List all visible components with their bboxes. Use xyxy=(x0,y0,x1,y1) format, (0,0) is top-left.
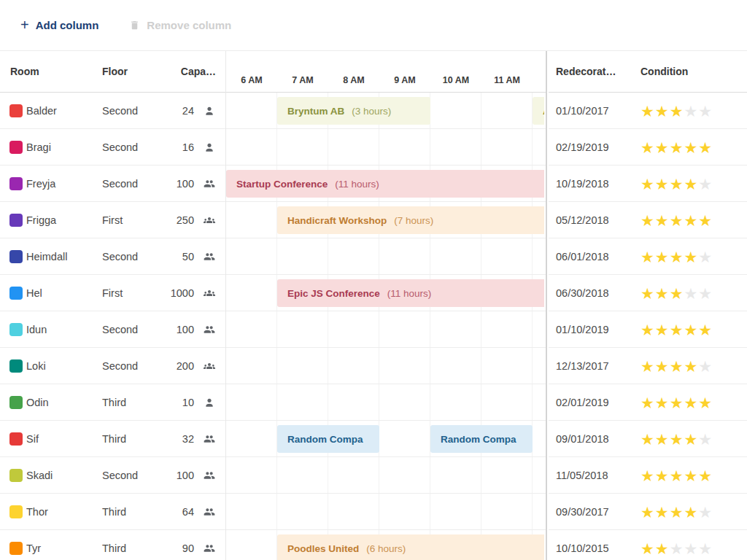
time-header-6-am[interactable]: 6 AM xyxy=(226,75,277,92)
time-header-9-am[interactable]: 9 AM xyxy=(379,75,430,92)
star-filled-icon[interactable]: ★ xyxy=(698,321,713,338)
event-bar[interactable]: Random Compa xyxy=(430,425,533,453)
info-row[interactable]: 11/05/2018★★★★★ xyxy=(549,457,747,494)
star-empty-icon[interactable]: ★ xyxy=(670,540,684,556)
star-filled-icon[interactable]: ★ xyxy=(698,211,713,228)
star-filled-icon[interactable]: ★ xyxy=(670,211,684,228)
info-row[interactable]: 10/10/2015★★★★★ xyxy=(549,530,747,560)
star-filled-icon[interactable]: ★ xyxy=(655,467,670,483)
room-row[interactable]: HelFirst1000 xyxy=(0,275,225,311)
star-filled-icon[interactable]: ★ xyxy=(640,102,655,119)
room-row[interactable]: LokiSecond200 xyxy=(0,348,225,384)
remove-column-button[interactable]: Remove column xyxy=(129,19,231,31)
room-row[interactable]: BalderSecond24 xyxy=(0,93,225,129)
room-row[interactable]: ThorThird64 xyxy=(0,494,225,530)
rating-stars[interactable]: ★★★★★ xyxy=(640,431,713,446)
star-filled-icon[interactable]: ★ xyxy=(684,503,698,520)
star-filled-icon[interactable]: ★ xyxy=(670,430,684,447)
column-header-condition[interactable]: Condition xyxy=(640,66,688,77)
star-filled-icon[interactable]: ★ xyxy=(684,175,698,192)
room-row[interactable]: SifThird32 xyxy=(0,421,225,457)
star-filled-icon[interactable]: ★ xyxy=(684,139,698,155)
star-filled-icon[interactable]: ★ xyxy=(670,139,684,155)
column-header-capacity[interactable]: Capa… xyxy=(181,66,216,77)
rating-stars[interactable]: ★★★★★ xyxy=(640,285,713,300)
info-row[interactable]: 06/30/2018★★★★★ xyxy=(549,275,747,311)
room-row[interactable]: TyrThird90 xyxy=(0,530,225,560)
star-filled-icon[interactable]: ★ xyxy=(684,321,698,338)
rating-stars[interactable]: ★★★★★ xyxy=(640,467,713,483)
event-bar[interactable]: Startup Conference(11 hours) xyxy=(226,170,544,198)
star-filled-icon[interactable]: ★ xyxy=(640,321,655,338)
star-filled-icon[interactable]: ★ xyxy=(655,503,670,520)
star-filled-icon[interactable]: ★ xyxy=(655,175,670,192)
star-empty-icon[interactable]: ★ xyxy=(698,503,713,520)
room-row[interactable]: HeimdallSecond50 xyxy=(0,238,225,275)
star-filled-icon[interactable]: ★ xyxy=(640,467,655,483)
star-filled-icon[interactable]: ★ xyxy=(655,430,670,447)
star-filled-icon[interactable]: ★ xyxy=(670,248,684,265)
info-row[interactable]: 02/01/2019★★★★★ xyxy=(549,384,747,421)
rating-stars[interactable]: ★★★★★ xyxy=(640,212,713,228)
rating-stars[interactable]: ★★★★★ xyxy=(640,139,713,155)
info-row[interactable]: 01/10/2017★★★★★ xyxy=(549,93,747,129)
info-row[interactable]: 09/01/2018★★★★★ xyxy=(549,421,747,457)
star-empty-icon[interactable]: ★ xyxy=(684,102,698,119)
star-filled-icon[interactable]: ★ xyxy=(655,102,670,119)
star-filled-icon[interactable]: ★ xyxy=(684,467,698,483)
star-filled-icon[interactable]: ★ xyxy=(640,503,655,520)
room-row[interactable]: FriggaFirst250 xyxy=(0,202,225,238)
event-bar[interactable]: A xyxy=(533,97,544,125)
star-filled-icon[interactable]: ★ xyxy=(698,394,713,411)
star-filled-icon[interactable]: ★ xyxy=(640,430,655,447)
star-filled-icon[interactable]: ★ xyxy=(670,394,684,411)
time-header-11-am[interactable]: 11 AM xyxy=(481,75,533,92)
star-empty-icon[interactable]: ★ xyxy=(698,102,713,119)
star-filled-icon[interactable]: ★ xyxy=(698,467,713,483)
rating-stars[interactable]: ★★★★★ xyxy=(640,504,713,519)
column-header-room[interactable]: Room xyxy=(10,66,39,77)
room-row[interactable]: SkadiSecond100 xyxy=(0,457,225,494)
star-filled-icon[interactable]: ★ xyxy=(670,357,684,374)
event-bar[interactable]: Handicraft Workshop(7 hours) xyxy=(277,206,544,234)
star-filled-icon[interactable]: ★ xyxy=(655,321,670,338)
star-filled-icon[interactable]: ★ xyxy=(655,540,670,556)
rating-stars[interactable]: ★★★★★ xyxy=(640,249,713,264)
star-filled-icon[interactable]: ★ xyxy=(655,248,670,265)
star-filled-icon[interactable]: ★ xyxy=(640,284,655,301)
star-empty-icon[interactable]: ★ xyxy=(698,248,713,265)
star-filled-icon[interactable]: ★ xyxy=(670,102,684,119)
star-empty-icon[interactable]: ★ xyxy=(698,540,713,556)
event-bar[interactable]: Random Compa xyxy=(277,425,379,453)
star-filled-icon[interactable]: ★ xyxy=(655,139,670,155)
star-filled-icon[interactable]: ★ xyxy=(640,139,655,155)
info-row[interactable]: 05/12/2018★★★★★ xyxy=(549,202,747,238)
star-filled-icon[interactable]: ★ xyxy=(655,394,670,411)
rating-stars[interactable]: ★★★★★ xyxy=(640,358,713,373)
star-filled-icon[interactable]: ★ xyxy=(670,467,684,483)
info-row[interactable]: 06/01/2018★★★★★ xyxy=(549,238,747,275)
star-filled-icon[interactable]: ★ xyxy=(684,211,698,228)
info-row[interactable]: 12/13/2017★★★★★ xyxy=(549,348,747,384)
rating-stars[interactable]: ★★★★★ xyxy=(640,103,713,118)
add-column-button[interactable]: + Add column xyxy=(20,18,98,33)
star-filled-icon[interactable]: ★ xyxy=(640,248,655,265)
info-row[interactable]: 01/10/2019★★★★★ xyxy=(549,311,747,348)
rating-stars[interactable]: ★★★★★ xyxy=(640,322,713,337)
star-filled-icon[interactable]: ★ xyxy=(684,394,698,411)
time-header-7-am[interactable]: 7 AM xyxy=(277,75,328,92)
star-filled-icon[interactable]: ★ xyxy=(670,503,684,520)
star-filled-icon[interactable]: ★ xyxy=(684,248,698,265)
star-filled-icon[interactable]: ★ xyxy=(684,357,698,374)
event-bar[interactable]: Bryntum AB(3 hours) xyxy=(277,97,430,125)
star-empty-icon[interactable]: ★ xyxy=(698,284,713,301)
star-filled-icon[interactable]: ★ xyxy=(655,211,670,228)
time-header-8-am[interactable]: 8 AM xyxy=(328,75,379,92)
info-row[interactable]: 02/19/2019★★★★★ xyxy=(549,129,747,166)
star-filled-icon[interactable]: ★ xyxy=(698,139,713,155)
star-filled-icon[interactable]: ★ xyxy=(655,357,670,374)
star-filled-icon[interactable]: ★ xyxy=(670,175,684,192)
star-filled-icon[interactable]: ★ xyxy=(640,175,655,192)
rating-stars[interactable]: ★★★★★ xyxy=(640,540,713,556)
rating-stars[interactable]: ★★★★★ xyxy=(640,176,713,191)
